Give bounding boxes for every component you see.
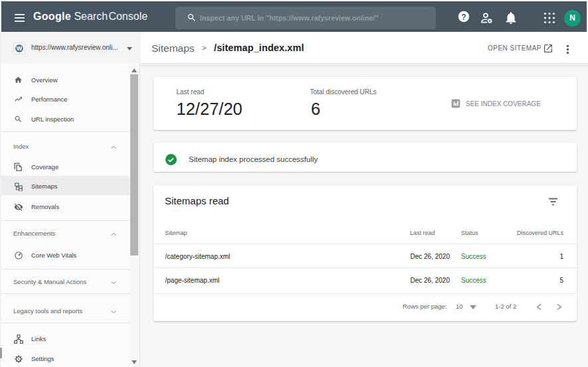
svg-text:?: ? [461,13,466,22]
